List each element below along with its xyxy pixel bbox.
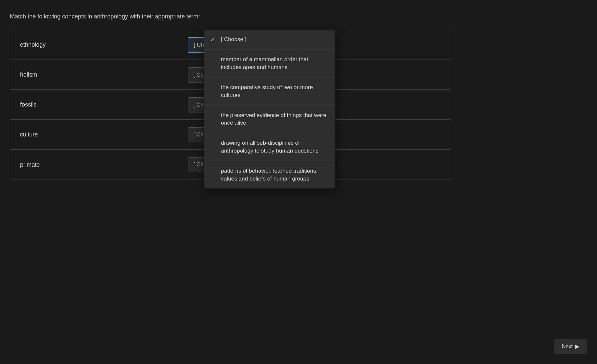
dropdown-item-culture[interactable]: patterns of behavior, learned traditions… <box>204 161 335 189</box>
next-button[interactable]: Next ▶ <box>554 339 587 354</box>
dropdown-overlay: ✓ [ Choose ] member of a mammalian order… <box>204 30 335 188</box>
dropdown-item-primate-text: member of a mammalian order that include… <box>221 56 329 71</box>
term-culture: culture <box>10 125 181 145</box>
question-text: Match the following concepts in anthropo… <box>10 13 450 20</box>
dropdown-item-ethnology-text: the comparative study of two or more cul… <box>221 84 329 99</box>
term-holism: holism <box>10 65 181 85</box>
term-ethnology: ethnology <box>10 35 181 55</box>
dropdown-item-fossils-text: the preserved evidence of things that we… <box>221 111 329 127</box>
dropdown-item-culture-text: patterns of behavior, learned traditions… <box>221 167 329 183</box>
checkmark-icon: ✓ <box>210 36 217 43</box>
dropdown-item-primate[interactable]: member of a mammalian order that include… <box>204 50 335 78</box>
dropdown-item-ethnology[interactable]: the comparative study of two or more cul… <box>204 78 335 106</box>
dropdown-item-choose[interactable]: ✓ [ Choose ] <box>204 30 335 50</box>
dropdown-item-holism[interactable]: drawing on all sub-disciplines of anthro… <box>204 133 335 161</box>
dropdown-item-fossils[interactable]: the preserved evidence of things that we… <box>204 106 335 133</box>
term-primate: primate <box>10 155 181 175</box>
dropdown-item-choose-text: [ Choose ] <box>221 36 329 43</box>
dropdown-item-holism-text: drawing on all sub-disciplines of anthro… <box>221 139 329 155</box>
next-button-label: Next <box>562 344 573 350</box>
next-arrow-icon: ▶ <box>575 343 579 350</box>
term-fossils: fossils <box>10 95 181 115</box>
